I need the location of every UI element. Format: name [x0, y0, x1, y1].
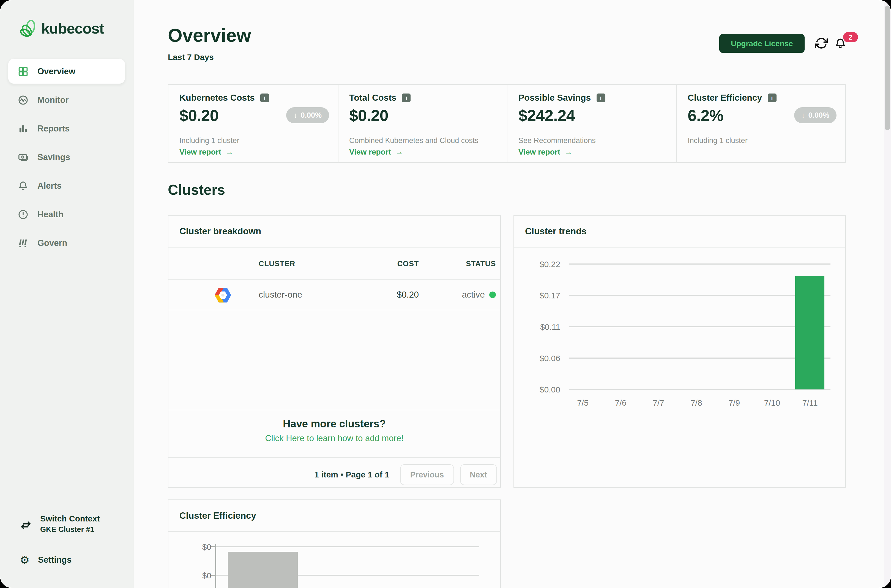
stat-subtext: See Recommendations	[518, 136, 596, 145]
sidebar-item-label: Govern	[38, 238, 68, 248]
bar	[795, 276, 825, 389]
stat-title: Kubernetes Costs i	[179, 93, 269, 103]
arrow-down-icon: ↓	[294, 111, 298, 119]
sidebar-item-savings[interactable]: Savings	[8, 145, 125, 170]
notification-bell-icon	[834, 42, 846, 51]
info-icon[interactable]: i	[768, 93, 776, 102]
sidebar-nav: Overview Monitor	[8, 59, 125, 259]
add-clusters-link[interactable]: Click Here to learn how to add more!	[168, 434, 500, 443]
sidebar: kubecost Overview Mo	[0, 0, 134, 588]
gridline	[569, 389, 831, 390]
cluster-breakdown-title: Cluster breakdown	[168, 216, 500, 248]
gridline	[569, 264, 831, 265]
previous-page-button[interactable]: Previous	[400, 464, 454, 485]
y-axis-line	[215, 544, 216, 588]
view-report-label: View report	[349, 147, 391, 156]
add-clusters-promo: Have more clusters? Click Here to learn …	[168, 410, 500, 457]
sidebar-item-label: Savings	[38, 152, 70, 162]
switch-context-icon	[20, 519, 32, 531]
sidebar-item-overview[interactable]: Overview	[8, 59, 125, 84]
stat-title-text: Possible Savings	[518, 93, 591, 103]
view-report-label: View report	[518, 147, 560, 156]
axis-tick-mark	[211, 575, 215, 576]
delta-pill: ↓ 0.00%	[794, 107, 837, 123]
sidebar-item-label: Overview	[38, 66, 75, 76]
y-axis-tick: $0.22	[522, 260, 560, 269]
stat-subtext: Including 1 cluster	[179, 136, 239, 145]
info-icon[interactable]: i	[596, 93, 605, 102]
kubecost-logo[interactable]: kubecost	[20, 20, 104, 38]
kubecost-app-window: kubecost Overview Mo	[0, 0, 891, 588]
bar-chart-icon	[18, 123, 29, 134]
refresh-button[interactable]	[815, 37, 828, 50]
stat-title-text: Total Costs	[349, 93, 397, 103]
table-row[interactable]: cluster-one $0.20 active	[168, 280, 500, 310]
bar	[228, 552, 298, 588]
sidebar-item-reports[interactable]: Reports	[8, 116, 125, 141]
gridline	[569, 295, 831, 296]
cluster-status: active	[419, 290, 496, 300]
scrollbar-track	[884, 0, 891, 588]
alert-circle-icon	[18, 209, 29, 220]
status-dot	[489, 291, 496, 298]
stat-card-total-costs: Total Costs i $0.20 Combined Kubernetes …	[338, 85, 507, 162]
upgrade-license-button[interactable]: Upgrade License	[719, 34, 805, 53]
date-range-label: Last 7 Days	[168, 52, 214, 62]
scrollbar-thumb[interactable]	[885, 6, 890, 130]
settings-label: Settings	[38, 555, 72, 565]
stat-title-text: Cluster Efficiency	[688, 93, 762, 103]
y-axis-tick: $0	[173, 542, 211, 551]
sidebar-item-govern[interactable]: Govern	[8, 231, 125, 255]
gridline	[215, 546, 479, 547]
info-icon[interactable]: i	[260, 93, 269, 102]
sidebar-item-settings[interactable]: ⚙ Settings	[20, 555, 72, 566]
stat-subtext: Including 1 cluster	[688, 136, 748, 145]
view-report-link[interactable]: View report →	[349, 147, 403, 156]
sidebar-item-health[interactable]: Health	[8, 202, 125, 226]
switch-context-text: Switch Context GKE Cluster #1	[40, 514, 100, 534]
y-axis-tick: $0.00	[522, 385, 560, 394]
sidebar-item-monitor[interactable]: Monitor	[8, 87, 125, 112]
bell-icon	[18, 180, 29, 191]
pagination-bar: 1 item • Page 1 of 1 Previous Next	[168, 457, 500, 491]
cluster-trends-chart: $0.00$0.06$0.11$0.17$0.227/57/67/77/87/9…	[514, 216, 845, 488]
cluster-trends-card: Cluster trends $0.00$0.06$0.11$0.17$0.22…	[514, 215, 846, 488]
view-report-label: View report	[179, 147, 221, 156]
notifications-button[interactable]: 2	[834, 38, 847, 51]
column-header-cost: COST	[342, 260, 419, 268]
y-axis-tick: $0.06	[522, 353, 560, 363]
info-icon[interactable]: i	[402, 93, 411, 102]
promo-heading: Have more clusters?	[168, 410, 500, 430]
arrow-right-icon: →	[225, 147, 233, 156]
sidebar-item-label: Monitor	[38, 95, 69, 105]
view-report-link[interactable]: View report →	[179, 147, 233, 156]
stat-card-possible-savings: Possible Savings i $242.24 See Recommend…	[507, 85, 676, 162]
cluster-cost: $0.20	[342, 290, 419, 300]
x-axis-label: 7/8	[677, 398, 716, 407]
column-header-cluster: CLUSTER	[258, 260, 342, 268]
next-page-button[interactable]: Next	[460, 464, 497, 485]
gridline	[569, 326, 831, 327]
kubecost-logo-icon	[20, 20, 36, 38]
monitor-icon	[18, 94, 29, 105]
y-axis-tick: $0.11	[522, 322, 560, 332]
axis-tick-mark	[211, 546, 215, 547]
column-header-status: STATUS	[419, 260, 496, 268]
switch-context-title: Switch Context	[40, 514, 100, 523]
cluster-name[interactable]: cluster-one	[258, 290, 342, 300]
switch-context[interactable]: Switch Context GKE Cluster #1	[20, 514, 100, 534]
gear-icon: ⚙	[20, 555, 30, 566]
table-header-row: CLUSTER COST STATUS	[168, 248, 500, 280]
clusters-section-heading: Clusters	[168, 182, 225, 199]
arrow-right-icon: →	[565, 147, 572, 156]
x-axis-label: 7/6	[601, 398, 640, 407]
view-report-link[interactable]: View report →	[518, 147, 572, 156]
arrow-right-icon: →	[395, 147, 403, 156]
sidebar-item-label: Reports	[38, 123, 70, 134]
pagination-summary: 1 item • Page 1 of 1	[314, 470, 389, 479]
sidebar-item-alerts[interactable]: Alerts	[8, 173, 125, 198]
y-axis-tick: $0	[173, 571, 211, 580]
stat-title-text: Kubernetes Costs	[179, 93, 255, 103]
cluster-breakdown-card: Cluster breakdown CLUSTER COST STATUS cl…	[168, 215, 501, 488]
banknote-icon	[18, 152, 29, 162]
